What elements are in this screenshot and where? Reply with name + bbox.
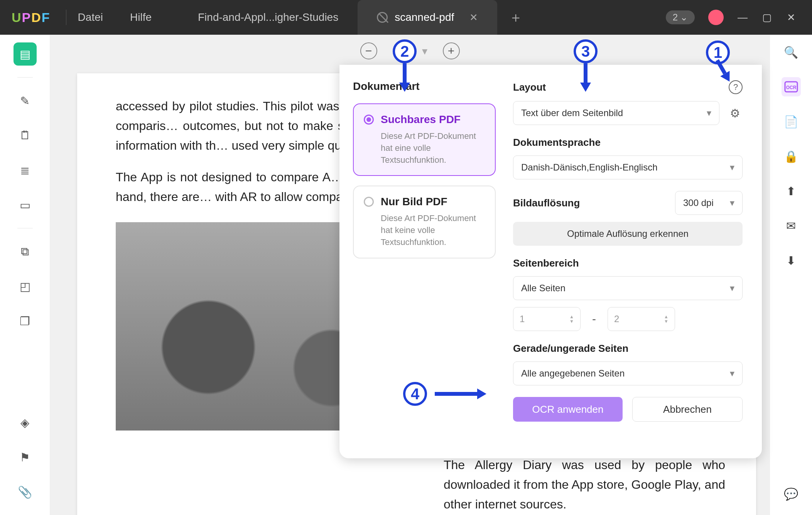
callout-number: 3 [574, 39, 598, 63]
option-desc: Diese Art PDF-Dokument hat keine volle T… [381, 213, 485, 248]
page-text-right: The Allergy Diary was used by people who… [444, 455, 725, 515]
left-sidebar: ▤ ✎ 🗒 ≣ ▭ ⧉ ◰ ❐ ◈ ⚑ 📎 [0, 35, 50, 515]
attachment-icon[interactable]: 📎 [14, 480, 37, 503]
option-desc: Diese Art PDF-Dokument hat eine volle Te… [381, 130, 485, 166]
callout-2: 2 [393, 39, 417, 92]
layers-icon[interactable]: ◈ [14, 411, 37, 434]
range-dash: - [592, 312, 596, 326]
layout-dropdown[interactable]: Text über dem Seitenbild▾ [513, 101, 719, 125]
doc-type-heading: Dokumentart [353, 80, 496, 93]
callout-number: 4 [403, 382, 427, 406]
dropdown-value: Alle angegebenen Seiten [521, 368, 625, 379]
dropdown-value: Danish-Dänisch,English-Englisch [521, 162, 658, 173]
page-range-label: Seitenbereich [513, 257, 743, 269]
avatar[interactable] [708, 10, 724, 25]
detect-resolution-button[interactable]: Optimale Auflösung erkennen [513, 222, 743, 246]
chevron-down-icon: ▾ [730, 162, 734, 173]
list-icon[interactable]: ≣ [14, 159, 37, 182]
layout-label: Layout [513, 81, 546, 93]
separator [66, 10, 66, 25]
window-count-badge[interactable]: 2⌄ [666, 10, 695, 24]
callout-number: 2 [393, 39, 417, 63]
protect-icon[interactable]: 🔒 [782, 147, 801, 166]
share-icon[interactable]: ⬆ [782, 181, 801, 201]
parity-dropdown[interactable]: Alle angegebenen Seiten▾ [513, 361, 743, 385]
language-label: Dokumentsprache [513, 137, 743, 149]
zoom-in-button[interactable]: + [443, 42, 460, 59]
separator [17, 77, 33, 78]
page-from-input[interactable]: 1▲▼ [513, 307, 581, 331]
callout-1: 1 [706, 41, 730, 89]
menu-help[interactable]: Hilfe [130, 11, 152, 24]
apply-ocr-button[interactable]: OCR anwenden [513, 397, 623, 422]
ocr-icon[interactable]: OCR [782, 77, 801, 96]
close-window-button[interactable]: ✕ [786, 12, 797, 23]
svg-text:OCR: OCR [786, 85, 796, 90]
mail-icon[interactable]: ✉ [782, 216, 801, 235]
crop-icon[interactable]: ◰ [14, 275, 37, 298]
option-image-only-pdf[interactable]: Nur Bild PDF Diese Art PDF-Dokument hat … [353, 186, 496, 258]
new-tab-button[interactable]: ＋ [509, 8, 523, 27]
dropdown-value: 300 dpi [683, 198, 714, 208]
dropdown-value: Alle Seiten [521, 283, 566, 294]
input-value: 2 [614, 314, 619, 324]
resolution-dropdown[interactable]: 300 dpi▾ [675, 191, 743, 215]
thumbnails-icon[interactable]: ▤ [14, 42, 37, 66]
resolution-label: Bildauflösung [513, 197, 580, 209]
chevron-down-icon: ▾ [730, 198, 734, 208]
save-icon[interactable]: ⬇ [782, 251, 801, 270]
tab-close-icon[interactable]: ✕ [469, 12, 478, 24]
tab-active[interactable]: scanned-pdf ✕ [358, 0, 497, 35]
pages-icon[interactable]: ⧉ [14, 240, 37, 263]
page-to-input[interactable]: 2▲▼ [608, 307, 675, 331]
dropdown-value: Text über dem Seitenbild [521, 108, 623, 118]
help-icon[interactable]: ? [729, 80, 743, 94]
radio-icon [364, 197, 374, 207]
highlight-icon[interactable]: ✎ [14, 89, 37, 112]
paragraph: The Allergy Diary was used by people who… [444, 455, 725, 515]
stepper-icon: ▲▼ [569, 314, 574, 324]
app-logo: UPDF [12, 10, 51, 25]
tab-active-label: scanned-pdf [395, 11, 454, 24]
option-title: Nur Bild PDF [381, 196, 447, 208]
callout-4: 4 [403, 382, 486, 406]
gear-icon[interactable]: ⚙ [727, 105, 743, 121]
menu-file[interactable]: Datei [78, 11, 103, 24]
parity-label: Gerade/ungerade Seiten [513, 343, 743, 355]
option-title: Suchbares PDF [381, 113, 461, 126]
maximize-button[interactable]: ▢ [761, 12, 772, 23]
tab-inactive[interactable]: Find-and-Appl...igher-Studies [179, 0, 358, 35]
callout-3: 3 [574, 39, 598, 92]
bookmark-page-icon[interactable]: ▭ [14, 193, 37, 216]
option-searchable-pdf[interactable]: Suchbares PDF Diese Art PDF-Dokument hat… [353, 103, 496, 176]
chevron-down-icon: ⌄ [680, 12, 688, 23]
chat-icon[interactable]: 💬 [782, 484, 801, 503]
right-sidebar: 🔍 OCR 📄 🔒 ⬆ ✉ ⬇ 💬 [770, 35, 812, 515]
copy-icon[interactable]: ❐ [14, 309, 37, 333]
radio-icon [364, 115, 374, 125]
minimize-button[interactable]: — [737, 12, 748, 23]
search-icon[interactable]: 🔍 [782, 42, 801, 62]
input-value: 1 [520, 314, 525, 324]
separator [17, 228, 33, 228]
cancel-button[interactable]: Abbrechen [632, 397, 743, 422]
stepper-icon: ▲▼ [664, 314, 669, 324]
page-range-dropdown[interactable]: Alle Seiten▾ [513, 276, 743, 300]
bookmark-icon[interactable]: ⚑ [14, 446, 37, 469]
badge-value: 2 [673, 12, 678, 23]
comment-icon[interactable]: 🗒 [14, 124, 37, 147]
chevron-down-icon: ▾ [730, 368, 734, 379]
chevron-down-icon: ▾ [707, 108, 711, 118]
chevron-down-icon: ▾ [422, 45, 427, 57]
titlebar: UPDF Datei Hilfe Find-and-Appl...igher-S… [0, 0, 812, 35]
convert-icon[interactable]: 📄 [782, 112, 801, 131]
zoom-out-button[interactable]: − [360, 42, 377, 59]
scanned-icon [377, 12, 388, 23]
chevron-down-icon: ▾ [730, 283, 734, 294]
language-dropdown[interactable]: Danish-Dänisch,English-Englisch▾ [513, 155, 743, 179]
